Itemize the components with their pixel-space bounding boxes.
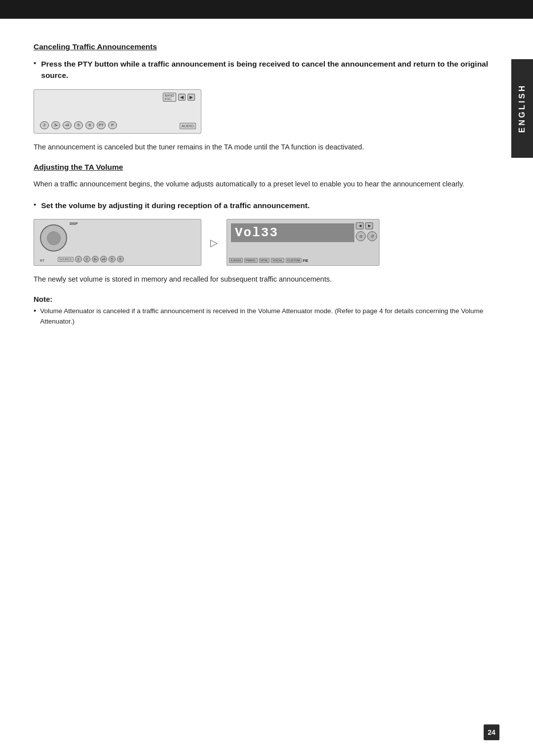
- section1-heading: Canceling Traffic Announcements: [34, 42, 489, 51]
- right-btn-row-2: ⊙ ↺: [356, 231, 377, 241]
- arrow-indicator: ▷: [210, 237, 218, 249]
- knob-inner: [47, 231, 61, 245]
- btn-5: 5: [74, 121, 83, 129]
- side-tab: ENGLISH: [511, 59, 533, 158]
- volume-knob: [40, 224, 67, 252]
- section-canceling: Canceling Traffic Announcements • Press …: [34, 42, 489, 153]
- eq-pwrfl: PWRFL: [244, 258, 258, 263]
- note-label: Note:: [34, 295, 489, 303]
- bullet-symbol-1: •: [34, 59, 36, 81]
- btn-pt: PT: [97, 121, 106, 129]
- note-bullet-symbol: •: [34, 306, 36, 326]
- eq-sbass: S.BASS: [229, 258, 243, 263]
- note-bullet: • Volume Attenuator is canceled if a tra…: [34, 306, 489, 326]
- eq-custom: CUSTOM: [286, 258, 302, 263]
- fie-label: FIE: [303, 259, 308, 262]
- device-image-2: DISP RT SOURCE 1 2 3• •4 5 6: [34, 219, 201, 266]
- vol-text: Vol33: [235, 225, 278, 240]
- device-image-1: BANDESC ◀ ▶ 2 3• •4 5 6 PT P AUDIO: [34, 89, 201, 134]
- btn-4: •4: [63, 121, 72, 129]
- round-btn-2: ↺: [367, 231, 377, 241]
- btn-2: 2: [40, 121, 49, 129]
- side-tab-label: ENGLISH: [518, 84, 527, 133]
- page-number: 24: [484, 724, 499, 740]
- bullet-item-1: • Press the PTY button while a traffic a…: [34, 58, 489, 81]
- main-content: Canceling Traffic Announcements • Press …: [0, 19, 533, 350]
- arrow-left-btn: ◀: [178, 94, 186, 101]
- device-image-1-container: BANDESC ◀ ▶ 2 3• •4 5 6 PT P AUDIO: [34, 89, 489, 134]
- src-1: 1: [75, 256, 82, 262]
- right-btn-row-1: ◀ ▶: [356, 222, 377, 229]
- section2-paragraph1: When a traffic announcement begins, the …: [34, 179, 489, 190]
- src-4: •4: [100, 256, 107, 262]
- top-bar: [0, 0, 533, 19]
- vol-display: Vol33: [231, 223, 354, 242]
- section1-paragraph: The announcement is canceled but the tun…: [34, 142, 489, 153]
- bullet-symbol-2: •: [34, 200, 36, 211]
- rt-label: RT: [40, 259, 44, 262]
- device-image-3: Vol33 ◀ ▶ ⊙ ↺ S.BASS PWRFL NTRL: [227, 219, 380, 266]
- btn-6: 6: [85, 121, 94, 129]
- bottom-labels-3: S.BASS PWRFL NTRL VOCAL CUSTOM FIE: [229, 258, 377, 263]
- source-row: SOURCE 1 2 3• •4 5 6: [58, 256, 124, 262]
- round-btn-1: ⊙: [356, 231, 366, 241]
- r-btn-right: ▶: [365, 222, 373, 229]
- disp-label: DISP: [70, 222, 77, 225]
- bullet-item-2: • Set the volume by adjusting it during …: [34, 200, 489, 211]
- band-esc-btn: BANDESC: [163, 93, 176, 102]
- eq-ntrl: NTRL: [259, 258, 270, 263]
- src-5: 5: [109, 256, 115, 262]
- r-btn-left: ◀: [356, 222, 364, 229]
- src-2: 2: [83, 256, 90, 262]
- section2-heading: Adjusting the TA Volume: [34, 163, 489, 172]
- arrow-right-btn: ▶: [188, 94, 195, 101]
- note-section: Note: • Volume Attenuator is canceled if…: [34, 295, 489, 326]
- section-adjusting: Adjusting the TA Volume When a traffic a…: [34, 163, 489, 326]
- bullet-text-2: Set the volume by adjusting it during re…: [41, 200, 309, 211]
- section2-paragraph2: The newly set volume is stored in memory…: [34, 274, 489, 285]
- btn-p: P: [108, 121, 117, 129]
- note-text: Volume Attenuator is canceled if a traff…: [40, 306, 489, 326]
- device1-bottom-row: 2 3• •4 5 6 PT P: [40, 121, 117, 129]
- source-label: SOURCE: [58, 257, 74, 262]
- src-6: 6: [117, 256, 124, 262]
- btn-3: 3•: [51, 121, 60, 129]
- audio-label: AUDIO: [180, 123, 196, 129]
- right-buttons: ◀ ▶ ⊙ ↺: [356, 222, 377, 241]
- src-3: 3•: [92, 256, 99, 262]
- eq-vocal: VOCAL: [271, 258, 284, 263]
- dual-image-container: DISP RT SOURCE 1 2 3• •4 5 6 ▷ Vol33: [34, 219, 489, 266]
- bullet-text-1: Press the PTY button while a traffic ann…: [41, 58, 489, 81]
- device1-top-row: BANDESC ◀ ▶: [163, 93, 195, 102]
